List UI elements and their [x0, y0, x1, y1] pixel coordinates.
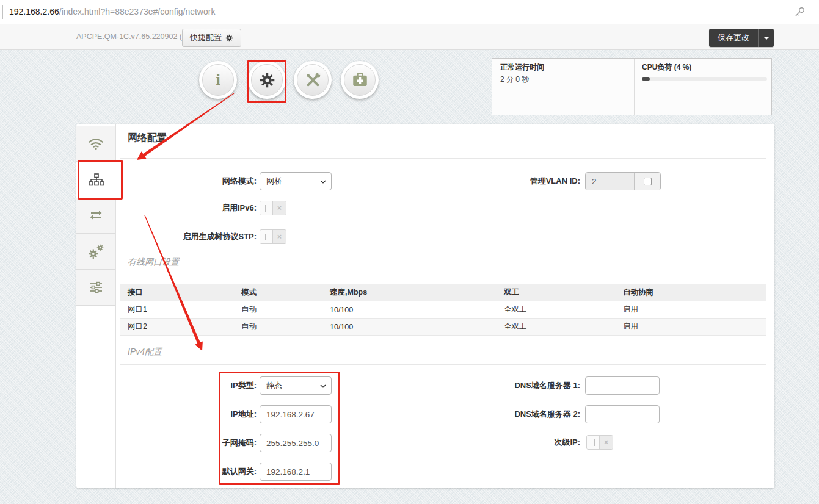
ipv4-section-title: IPv4配置: [128, 347, 162, 358]
uptime-label: 正常运行时间: [500, 62, 544, 73]
gateway-input[interactable]: [260, 463, 332, 481]
sidebar-item-system[interactable]: [76, 270, 115, 306]
col-autoneg: 自动协商: [616, 284, 766, 301]
ipv6-toggle[interactable]: ×: [260, 201, 286, 215]
col-mode: 模式: [234, 284, 322, 301]
netmask-input[interactable]: [260, 434, 332, 452]
cell-autoneg: 启用: [616, 319, 766, 336]
divider: [120, 364, 766, 365]
save-split-button: 保存更改: [709, 29, 774, 47]
stp-toggle[interactable]: ×: [260, 229, 286, 244]
key-icon[interactable]: [793, 6, 806, 18]
firmware-line: APCPE.QM-1C.v7.65.220902 (升级): [76, 24, 200, 49]
browser-address-bar[interactable]: 192.168.2.66/index.html?h=88e2373e#/conf…: [0, 0, 819, 24]
dns1-label: DNS域名服务器 1:: [421, 377, 580, 394]
wired-ports-section-title: 有线网口设置: [128, 257, 179, 268]
col-speed: 速度,Mbps: [322, 284, 497, 301]
gateway-label: 默认网关:: [92, 463, 257, 480]
netmask-label: 子网掩码:: [92, 434, 257, 452]
ip-address-input[interactable]: [260, 405, 332, 423]
cpu-block: CPU负荷 (4 %): [642, 62, 764, 81]
uptime-value: 2 分 0 秒: [500, 74, 544, 85]
cell-interface: 网口2: [120, 319, 234, 336]
dns2-label: DNS域名服务器 2:: [421, 406, 580, 423]
vlan-checkbox[interactable]: [644, 178, 652, 185]
col-interface: 接口: [120, 284, 234, 301]
firmware-version: APCPE.QM-1C.v7.65.220902: [76, 32, 177, 41]
vlan-id-label: 管理VLAN ID:: [421, 173, 580, 190]
cell-mode: 自动: [234, 301, 322, 319]
wifi-icon: [88, 136, 104, 152]
cell-autoneg: 启用: [616, 301, 766, 319]
tools-tab-button[interactable]: [294, 61, 332, 99]
page-title: 网络配置: [128, 132, 167, 145]
cell-speed: 10/100: [322, 319, 497, 336]
cell-speed: 10/100: [322, 301, 497, 319]
chevron-down-icon: [320, 384, 326, 388]
first-aid-kit-icon: [352, 72, 368, 88]
cell-duplex: 全双工: [497, 301, 616, 319]
network-mode-label: 网络模式:: [92, 173, 257, 190]
quick-config-label: 快捷配置: [190, 32, 222, 43]
network-mode-value: 网桥: [266, 176, 282, 187]
toggle-on-half: [260, 201, 273, 215]
dns2-input[interactable]: [585, 405, 660, 423]
table-row: 网口1 自动 10/100 全双工 启用: [120, 301, 766, 319]
sidebar-item-wireless[interactable]: [76, 126, 115, 162]
settings-circle: [251, 64, 283, 96]
toggle-off-half: ×: [273, 201, 286, 215]
pause-bars-icon: [592, 439, 595, 446]
secondary-ip-label: 次级IP:: [421, 435, 580, 450]
vlan-id-group: [585, 172, 661, 190]
cpu-progress-fill: [642, 77, 650, 81]
gear-icon: [225, 34, 233, 42]
caret-down-icon: [763, 37, 770, 40]
info-tab-button[interactable]: i: [199, 61, 237, 99]
url-text: 192.168.2.66/index.html?h=88e2373e#/conf…: [9, 0, 215, 24]
firstaid-circle: [344, 64, 376, 96]
vlan-id-input[interactable]: [586, 173, 634, 190]
toggle-off-half: ×: [273, 230, 286, 243]
gear-icon: [259, 72, 275, 88]
cell-interface: 网口1: [120, 301, 234, 319]
divider: [120, 158, 766, 159]
cogs-icon: [87, 243, 104, 260]
chevron-down-icon: [320, 180, 326, 184]
wired-ports-table: 接口 模式 速度,Mbps 双工 自动协商 网口1 自动 10/100 全双工 …: [120, 284, 766, 336]
app-header: APCPE.QM-1C.v7.65.220902 (升级) 快捷配置 保存更改: [0, 24, 819, 50]
quick-config-button[interactable]: 快捷配置: [182, 29, 241, 47]
url-path: /index.html?h=88e2373e#/config/network: [59, 7, 216, 16]
info-icon: i: [216, 72, 220, 88]
dns1-input[interactable]: [585, 376, 660, 395]
sliders-icon: [89, 280, 103, 295]
toggle-off-half: ×: [600, 436, 613, 449]
settings-tab-button[interactable]: [248, 61, 286, 99]
toggle-on-half: [587, 436, 600, 449]
col-duplex: 双工: [497, 284, 616, 301]
info-circle: i: [202, 64, 234, 96]
cpu-progress-track: [642, 77, 767, 81]
url-host: 192.168.2.66: [9, 7, 59, 16]
pause-bars-icon: [265, 205, 268, 212]
save-button[interactable]: 保存更改: [709, 29, 758, 47]
table-header-row: 接口 模式 速度,Mbps 双工 自动协商: [120, 284, 766, 301]
divider: [120, 273, 766, 273]
cell-mode: 自动: [234, 319, 322, 336]
tools-circle: [297, 64, 329, 96]
vlan-checkbox-addon: [634, 173, 660, 190]
table-row: 网口2 自动 10/100 全双工 启用: [120, 319, 766, 336]
status-panel: 正常运行时间 2 分 0 秒 CPU负荷 (4 %) 网口1: 100M自适应/…: [492, 58, 772, 115]
cursor-divider: [2, 5, 3, 19]
stp-label: 启用生成树协议STP:: [92, 229, 257, 244]
ip-type-label: IP类型:: [92, 377, 257, 394]
cpu-load-label: CPU负荷 (4 %): [642, 62, 764, 73]
network-mode-select[interactable]: 网桥: [260, 172, 332, 190]
secondary-ip-toggle[interactable]: ×: [586, 435, 613, 450]
router-config-screen: 192.168.2.66/index.html?h=88e2373e#/conf…: [0, 0, 819, 504]
firstaid-tab-button[interactable]: [341, 61, 379, 99]
ipv6-label: 启用IPv6:: [92, 201, 257, 215]
ip-address-label: IP地址:: [92, 406, 257, 423]
ip-type-select[interactable]: 静态: [260, 376, 332, 395]
ip-type-value: 静态: [266, 380, 282, 391]
save-dropdown-button[interactable]: [758, 29, 774, 47]
